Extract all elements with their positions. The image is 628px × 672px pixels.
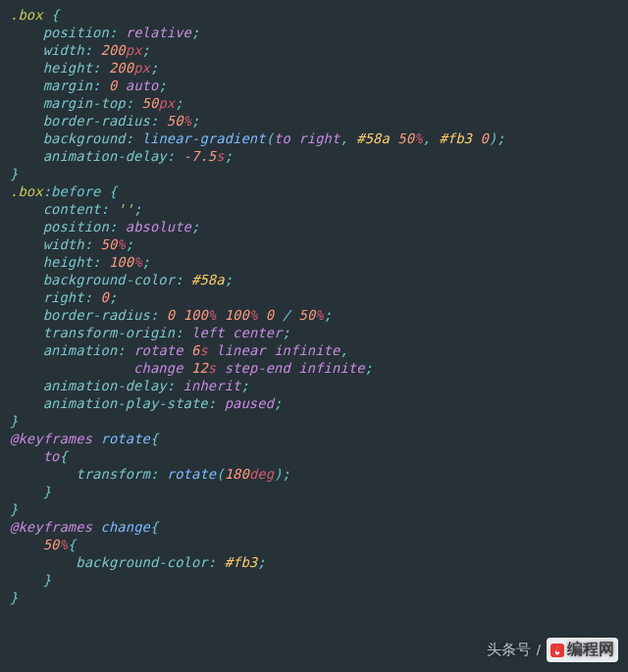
watermark: 头条号 / 编程网	[487, 638, 618, 662]
code-editor: .box { position: relative; width: 200px;…	[0, 0, 628, 606]
watermark-slash: /	[537, 642, 541, 658]
watermark-logo: 编程网	[547, 638, 618, 662]
watermark-source: 头条号	[487, 641, 531, 659]
flame-icon	[550, 644, 564, 657]
watermark-brand: 编程网	[567, 640, 614, 660]
